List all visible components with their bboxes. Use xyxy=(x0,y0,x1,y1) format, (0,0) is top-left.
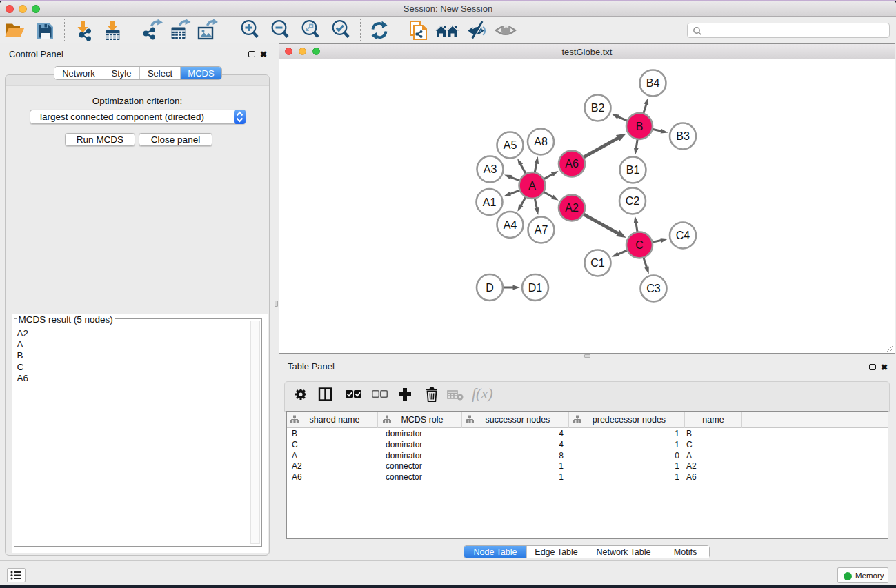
svg-text:A2: A2 xyxy=(565,202,579,214)
svg-text:A: A xyxy=(528,180,536,192)
svg-text:D: D xyxy=(486,282,494,294)
svg-text:C3: C3 xyxy=(646,283,661,294)
svg-text:A4: A4 xyxy=(504,219,517,231)
svg-text:B: B xyxy=(636,121,644,132)
svg-text:B1: B1 xyxy=(626,164,640,176)
svg-text:A5: A5 xyxy=(504,139,517,151)
svg-text:A7: A7 xyxy=(535,224,548,236)
svg-text:C: C xyxy=(635,239,644,251)
svg-text:C4: C4 xyxy=(676,230,690,241)
svg-text:A6: A6 xyxy=(565,158,579,170)
svg-text:D1: D1 xyxy=(528,282,543,294)
svg-text:B3: B3 xyxy=(676,130,690,142)
svg-text:A3: A3 xyxy=(484,163,497,175)
svg-text:A8: A8 xyxy=(534,136,548,148)
svg-text:C1: C1 xyxy=(590,257,605,269)
svg-text:A1: A1 xyxy=(483,196,497,208)
svg-text:B4: B4 xyxy=(646,77,660,89)
svg-text:C2: C2 xyxy=(626,195,640,207)
svg-text:B2: B2 xyxy=(591,102,605,114)
